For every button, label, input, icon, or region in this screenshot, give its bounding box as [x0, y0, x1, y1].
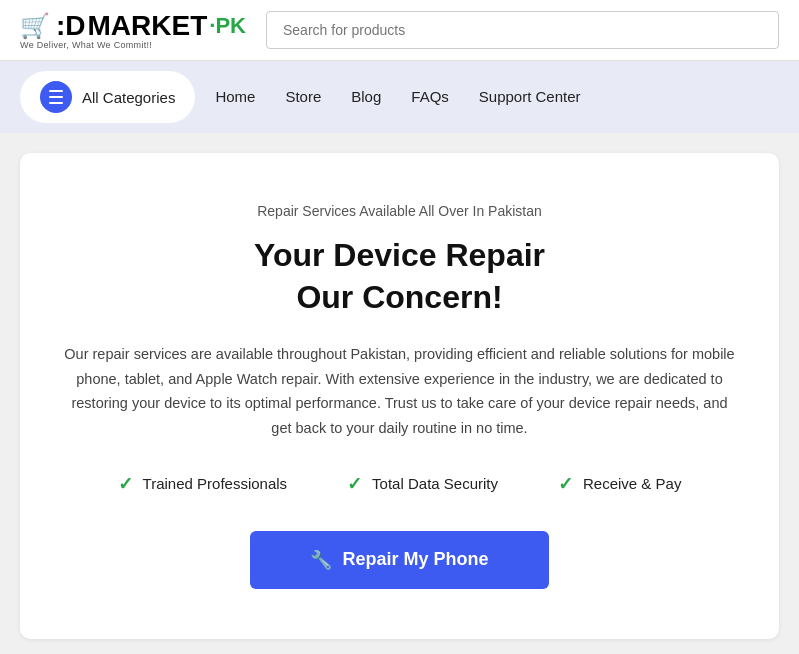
repair-button-label: Repair My Phone	[342, 549, 488, 570]
feature-label-3: Receive & Pay	[583, 475, 681, 492]
feature-data-security: ✓ Total Data Security	[347, 473, 498, 495]
repair-card: Repair Services Available All Over In Pa…	[20, 153, 779, 639]
logo-tagline: We Deliver, What We Commit!!	[20, 40, 152, 50]
feature-receive-pay: ✓ Receive & Pay	[558, 473, 681, 495]
repair-title-line2: Our Concern!	[296, 279, 502, 315]
nav-link-store[interactable]: Store	[285, 88, 321, 105]
features-row: ✓ Trained Professionals ✓ Total Data Sec…	[60, 473, 739, 495]
feature-label-2: Total Data Security	[372, 475, 498, 492]
main-nav: All Categories Home Store Blog FAQs Supp…	[0, 61, 799, 133]
repair-title-line1: Your Device Repair	[254, 237, 545, 273]
logo-pk: ·PK	[209, 13, 246, 39]
feature-trained-professionals: ✓ Trained Professionals	[118, 473, 288, 495]
wrench-icon: 🔧	[310, 549, 332, 571]
feature-label-1: Trained Professionals	[143, 475, 288, 492]
logo-market: MARKET	[88, 10, 208, 42]
check-icon-2: ✓	[347, 473, 362, 495]
header: 🛒 :D MARKET ·PK We Deliver, What We Comm…	[0, 0, 799, 61]
repair-description: Our repair services are available throug…	[60, 342, 739, 441]
cart-icon: 🛒	[20, 12, 50, 40]
repair-main-title: Your Device Repair Our Concern!	[60, 235, 739, 318]
all-categories-button[interactable]: All Categories	[20, 71, 195, 123]
main-content: Repair Services Available All Over In Pa…	[0, 133, 799, 654]
repair-my-phone-button[interactable]: 🔧 Repair My Phone	[250, 531, 548, 589]
logo-text: 🛒 :D MARKET ·PK	[20, 10, 246, 42]
logo: 🛒 :D MARKET ·PK We Deliver, What We Comm…	[20, 10, 246, 50]
nav-link-faqs[interactable]: FAQs	[411, 88, 449, 105]
nav-item-blog[interactable]: Blog	[351, 88, 381, 106]
check-icon-1: ✓	[118, 473, 133, 495]
nav-links: Home Store Blog FAQs Support Center	[215, 88, 580, 106]
search-input[interactable]	[266, 11, 779, 49]
check-icon-3: ✓	[558, 473, 573, 495]
nav-item-faqs[interactable]: FAQs	[411, 88, 449, 106]
logo-d: :D	[56, 10, 86, 42]
nav-item-support[interactable]: Support Center	[479, 88, 581, 106]
nav-item-store[interactable]: Store	[285, 88, 321, 106]
nav-link-support[interactable]: Support Center	[479, 88, 581, 105]
nav-link-home[interactable]: Home	[215, 88, 255, 105]
all-categories-label: All Categories	[82, 89, 175, 106]
hamburger-icon	[40, 81, 72, 113]
nav-item-home[interactable]: Home	[215, 88, 255, 106]
nav-link-blog[interactable]: Blog	[351, 88, 381, 105]
repair-subtitle: Repair Services Available All Over In Pa…	[60, 203, 739, 219]
